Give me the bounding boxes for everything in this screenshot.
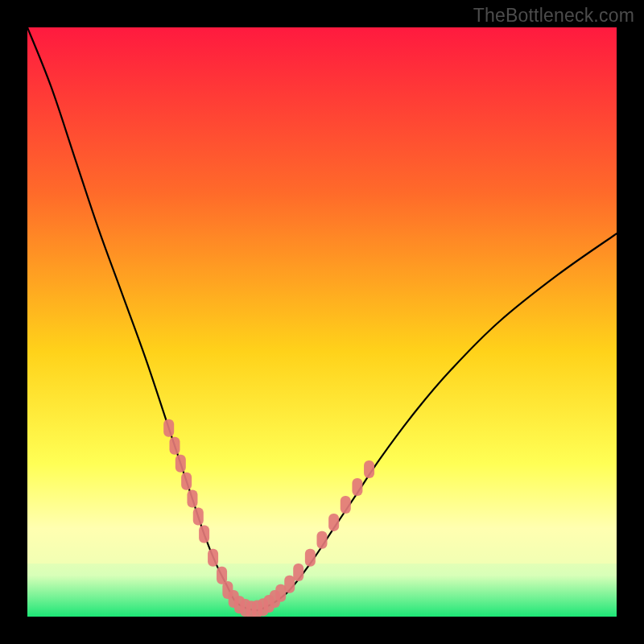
chart-svg (27, 27, 617, 617)
plot-area (27, 27, 617, 617)
chart-frame: TheBottleneck.com (0, 0, 644, 644)
data-marker (217, 567, 227, 584)
data-marker (293, 564, 303, 581)
data-marker (352, 478, 362, 496)
data-marker (163, 419, 174, 437)
data-marker (364, 460, 374, 478)
data-marker (328, 514, 339, 531)
data-marker (317, 531, 328, 549)
data-marker (208, 549, 218, 567)
data-marker (193, 508, 204, 526)
data-marker (187, 490, 197, 508)
data-marker (305, 549, 316, 567)
data-marker (284, 576, 295, 593)
data-marker (341, 496, 351, 514)
data-marker (181, 473, 192, 490)
data-marker (199, 526, 209, 543)
watermark-text: TheBottleneck.com (473, 5, 634, 27)
data-marker (170, 437, 180, 455)
data-marker (175, 455, 186, 473)
